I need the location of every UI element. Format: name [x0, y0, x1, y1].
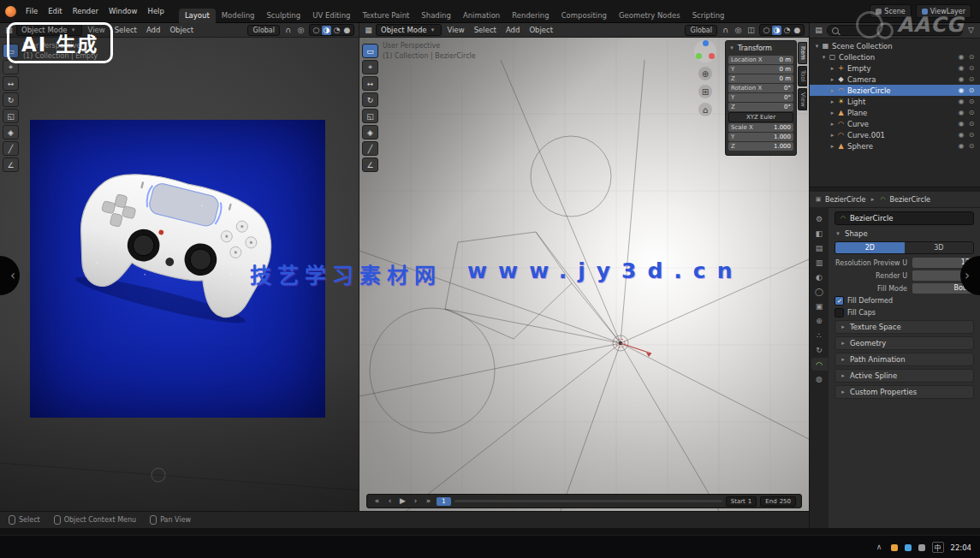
play-icon[interactable]: ▶ [398, 496, 407, 506]
disclosure-icon[interactable]: ▸ [829, 143, 836, 150]
shading-solid-icon[interactable]: ◑ [322, 26, 331, 35]
shading-wireframe-icon[interactable]: ○ [762, 26, 771, 35]
props-tab-modifiers[interactable]: ⊛ [811, 314, 828, 327]
rotation-y-field[interactable]: Y0° [728, 93, 793, 102]
tab-layout[interactable]: Layout [179, 9, 216, 23]
hide-toggle-icon[interactable]: ◉ [956, 131, 966, 139]
outliner-row[interactable]: ▸ ▲ Plane ◉ ⊙ [810, 107, 980, 118]
tool-move[interactable]: ↔ [362, 76, 378, 91]
hide-toggle-icon[interactable]: ◉ [956, 75, 966, 83]
props-tab-material[interactable]: ◍ [811, 372, 828, 385]
outliner-row[interactable]: ▸ ▲ Sphere ◉ ⊙ [810, 140, 980, 151]
axis-x-icon[interactable] [709, 53, 715, 59]
location-x-field[interactable]: Location X0 m [728, 56, 793, 64]
hide-toggle-icon[interactable]: ◉ [956, 86, 966, 94]
outliner-row[interactable]: ▾ ▦ Scene Collection [810, 40, 980, 51]
hide-toggle-icon[interactable]: ◉ [956, 98, 966, 105]
tool-select-box[interactable]: ▭ [362, 44, 378, 58]
hide-toggle-icon[interactable]: ◉ [956, 142, 966, 150]
render-toggle-icon[interactable]: ⊙ [966, 131, 977, 139]
tab-sculpting[interactable]: Sculpting [260, 9, 306, 23]
editor-type-icon[interactable]: ▤ [814, 26, 823, 35]
props-tab-output[interactable]: ▤ [811, 241, 828, 254]
disclosure-icon[interactable]: ▸ [829, 98, 836, 105]
menu-file[interactable]: File [21, 7, 42, 15]
tray-app-icon[interactable] [918, 544, 925, 551]
ime-indicator[interactable]: 中 [932, 542, 944, 553]
current-frame[interactable]: 1 [437, 497, 451, 506]
sidebar-tab-item[interactable]: Item [798, 42, 807, 64]
frame-end-field[interactable]: End250 [760, 496, 796, 507]
rotation-x-field[interactable]: Rotation X0° [728, 84, 793, 92]
frame-start-field[interactable]: Start1 [726, 496, 757, 507]
tab-geometry-nodes[interactable]: Geometry Nodes [613, 9, 686, 23]
menu-add[interactable]: Add [143, 26, 163, 34]
outliner-row[interactable]: ▸ ◠ Curve ◉ ⊙ [810, 118, 980, 129]
mode-dropdown[interactable]: Object Mode▾ [376, 24, 442, 36]
checkbox-fill-caps[interactable]: Fill Caps [834, 308, 974, 318]
tool-annotate[interactable]: ╱ [3, 141, 19, 156]
menu-view[interactable]: View [444, 26, 468, 34]
tray-app-icon[interactable] [905, 544, 912, 551]
data-name-field[interactable]: ◠ BezierCircle [834, 211, 974, 225]
outliner-row[interactable]: ▸ ☀ Light ◉ ⊙ [810, 96, 980, 107]
filter-icon[interactable]: ▽ [966, 26, 976, 35]
prev-frame-icon[interactable]: ‹ [385, 496, 395, 506]
next-frame-icon[interactable]: › [411, 496, 420, 506]
enum-3d[interactable]: 3D [905, 242, 974, 253]
rotation-mode-dropdown[interactable]: XYZ Euler [728, 112, 793, 122]
tool-rotate[interactable]: ↻ [3, 92, 19, 107]
tool-transform[interactable]: ◈ [362, 125, 378, 140]
scale-x-field[interactable]: Scale X1.000 [728, 123, 793, 132]
outliner-row-selected[interactable]: ▸ ◠ BezierCircle ◉ ⊙ [810, 85, 980, 96]
tab-uv-editing[interactable]: UV Editing [306, 9, 356, 23]
blender-logo-icon[interactable] [5, 6, 16, 17]
location-y-field[interactable]: Y0 m [728, 65, 793, 74]
rotation-z-field[interactable]: Z0° [728, 103, 793, 111]
render-toggle-icon[interactable]: ⊙ [966, 86, 977, 94]
pan-icon[interactable]: ⊞ [698, 85, 712, 98]
outliner-row[interactable]: ▸ + Empty ◉ ⊙ [810, 62, 980, 74]
axis-y-icon[interactable] [696, 53, 702, 59]
render-toggle-icon[interactable]: ⊙ [966, 53, 977, 61]
render-toggle-icon[interactable]: ⊙ [966, 109, 977, 116]
breadcrumb-object[interactable]: BezierCircle [825, 196, 866, 204]
orientation-dropdown[interactable]: Global [247, 25, 280, 36]
orientation-dropdown[interactable]: Global [685, 25, 717, 36]
props-tab-object[interactable]: ▣ [811, 300, 828, 312]
section-path-animation[interactable]: ▸ Path Animation [834, 353, 974, 366]
props-tab-scene[interactable]: ◐ [811, 270, 828, 283]
proportional-edit-icon[interactable]: ◎ [734, 26, 743, 35]
disclosure-icon[interactable]: ▸ [829, 121, 836, 128]
hide-toggle-icon[interactable]: ◉ [956, 64, 966, 72]
tab-shading[interactable]: Shading [415, 9, 457, 23]
jump-end-icon[interactable]: » [424, 496, 433, 506]
menu-help[interactable]: Help [143, 7, 168, 15]
enum-2d[interactable]: 2D [835, 242, 905, 253]
snap-magnet-icon[interactable]: ∩ [283, 26, 293, 35]
hide-toggle-icon[interactable]: ◉ [956, 53, 966, 61]
menu-select[interactable]: Select [111, 26, 140, 34]
menu-object[interactable]: Object [526, 26, 556, 34]
section-custom-properties[interactable]: ▸ Custom Properties [834, 385, 974, 399]
outliner-row[interactable]: ▸ ◠ Curve.001 ◉ ⊙ [810, 129, 980, 140]
section-texture-space[interactable]: ▸ Texture Space [834, 320, 974, 334]
section-shape[interactable]: ▾ Shape [834, 228, 974, 240]
scale-z-field[interactable]: Z1.000 [728, 142, 793, 151]
zoom-icon[interactable]: ⊕ [698, 67, 712, 80]
shading-material-icon[interactable]: ◔ [782, 26, 792, 35]
proportional-edit-icon[interactable]: ◎ [296, 26, 306, 35]
render-toggle-icon[interactable]: ⊙ [966, 98, 977, 105]
menu-select[interactable]: Select [471, 26, 500, 34]
tool-measure[interactable]: ∠ [362, 157, 378, 172]
render-toggle-icon[interactable]: ⊙ [966, 75, 977, 83]
props-tab-render[interactable]: ◧ [811, 227, 828, 240]
disclosure-icon[interactable]: ▾ [813, 43, 821, 50]
tool-transform[interactable]: ◈ [3, 125, 19, 140]
menu-object[interactable]: Object [166, 26, 197, 34]
render-toggle-icon[interactable]: ⊙ [966, 64, 977, 72]
tool-scale[interactable]: ◱ [3, 109, 19, 123]
props-tab-world[interactable]: ◯ [811, 285, 828, 298]
props-tab-particles[interactable]: ∴ [811, 329, 828, 341]
axis-z-icon[interactable] [703, 40, 709, 46]
